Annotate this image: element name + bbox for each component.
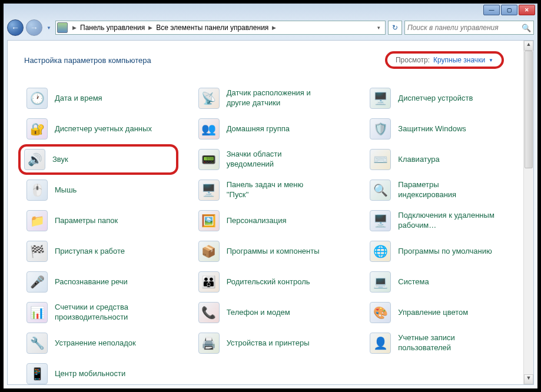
item-label: Защитник Windows: [398, 124, 466, 134]
control-panel-icon: [57, 22, 68, 33]
item-label: Параметры папок: [55, 216, 118, 226]
control-panel-item[interactable]: 🔊Звук: [18, 144, 178, 175]
refresh-button[interactable]: ↻: [388, 21, 402, 35]
item-icon: 🖱️: [26, 180, 48, 201]
control-panel-item[interactable]: 👥Домашняя группа: [196, 114, 356, 144]
view-label: Просмотр:: [396, 56, 430, 64]
address-bar[interactable]: ▶ Панель управления ▶ Все элементы панел…: [55, 21, 386, 35]
maximize-button[interactable]: ▢: [501, 5, 517, 15]
item-icon: 👥: [198, 118, 220, 139]
item-icon: 🔊: [24, 149, 45, 170]
item-label: Центр мобильности: [55, 369, 125, 379]
item-icon: 🔍: [370, 180, 391, 201]
items-grid: 🕐Дата и время📡Датчик расположения и друг…: [24, 83, 527, 385]
breadcrumb-all-items[interactable]: Все элементы панели управления: [155, 24, 270, 32]
control-panel-item[interactable]: 🖼️Персонализация: [196, 205, 356, 236]
control-panel-item[interactable]: 👪Родительский контроль: [196, 267, 356, 297]
item-icon: 🖥️: [370, 210, 391, 231]
view-value[interactable]: Крупные значки: [433, 56, 485, 64]
item-label: Персонализация: [227, 216, 287, 226]
control-panel-item[interactable]: 🖨️Устройства и принтеры: [196, 328, 356, 358]
item-label: Телефон и модем: [227, 308, 290, 318]
control-panel-item[interactable]: 🛡️Защитник Windows: [367, 114, 527, 144]
control-panel-item[interactable]: 🔐Диспетчер учетных данных: [24, 114, 184, 144]
control-panel-item[interactable]: 🔧Устранение неполадок: [24, 328, 184, 358]
item-label: Значки области уведомлений: [227, 150, 327, 170]
control-panel-item[interactable]: ⌨️Клавиатура: [367, 144, 527, 175]
breadcrumb-control-panel[interactable]: Панель управления: [79, 24, 146, 32]
scroll-up-button[interactable]: ▲: [524, 41, 533, 51]
control-panel-item[interactable]: 🎤Распознавание речи: [24, 267, 184, 297]
item-label: Распознавание речи: [55, 277, 128, 287]
control-panel-item[interactable]: 🖥️Подключения к удаленным рабочим…: [367, 205, 527, 236]
control-panel-item[interactable]: 🖥️Панель задач и меню ''Пуск'': [196, 175, 356, 205]
control-panel-item[interactable]: 💻Система: [367, 267, 527, 297]
chevron-right-icon[interactable]: ▶: [270, 25, 278, 31]
control-panel-item[interactable]: 📁Параметры папок: [24, 205, 184, 236]
item-icon: 🛡️: [370, 118, 391, 139]
item-icon: ⌨️: [370, 149, 391, 170]
control-panel-item[interactable]: 🏁Приступая к работе: [24, 236, 184, 267]
control-panel-item[interactable]: 📡Датчик расположения и другие датчики: [196, 83, 356, 114]
history-dropdown-icon[interactable]: ▼: [45, 22, 53, 34]
control-panel-item[interactable]: 📊Счетчики и средства производительности: [24, 297, 184, 328]
item-icon: 🌐: [370, 241, 391, 262]
item-label: Устройства и принтеры: [227, 338, 310, 348]
control-panel-item[interactable]: 🕐Дата и время: [24, 83, 184, 114]
search-box[interactable]: 🔍: [404, 21, 534, 35]
control-panel-item[interactable]: 🖥️Диспетчер устройств: [367, 83, 527, 114]
forward-button[interactable]: →: [26, 19, 42, 36]
chevron-right-icon[interactable]: ▶: [70, 25, 79, 31]
item-icon: 📡: [198, 88, 220, 109]
scroll-down-button[interactable]: ▼: [524, 374, 533, 384]
item-icon: 🕐: [26, 88, 48, 109]
item-label: Система: [398, 277, 429, 287]
item-label: Датчик расположения и другие датчики: [227, 88, 327, 108]
item-icon: 📞: [198, 302, 220, 323]
item-label: Счетчики и средства производительности: [55, 303, 155, 323]
search-input[interactable]: [407, 24, 522, 32]
page-title: Настройка параметров компьютера: [24, 56, 151, 65]
item-icon: 🎨: [370, 302, 391, 323]
content-header: Настройка параметров компьютера Просмотр…: [24, 51, 527, 69]
content-area: Настройка параметров компьютера Просмотр…: [7, 40, 534, 385]
item-icon: 🖥️: [370, 88, 391, 109]
item-label: Диспетчер устройств: [398, 94, 473, 104]
control-panel-item[interactable]: 🔍Параметры индексирования: [367, 175, 527, 205]
item-icon: 📟: [198, 149, 220, 170]
view-selector-highlight: Просмотр: Крупные значки ▼: [385, 51, 504, 69]
control-panel-item[interactable]: 📟Значки области уведомлений: [196, 144, 356, 175]
item-label: Диспетчер учетных данных: [55, 124, 152, 134]
control-panel-item[interactable]: 📦Программы и компоненты: [196, 236, 356, 267]
control-panel-item[interactable]: 📞Телефон и модем: [196, 297, 356, 328]
item-icon: 🎤: [26, 271, 48, 293]
address-dropdown-icon[interactable]: ▾: [373, 25, 384, 31]
control-panel-item[interactable]: 🖱️Мышь: [24, 175, 184, 205]
item-label: Параметры индексирования: [398, 180, 498, 200]
close-button[interactable]: ✕: [519, 5, 535, 15]
item-label: Подключения к удаленным рабочим…: [398, 211, 498, 231]
control-panel-item[interactable]: 🌐Программы по умолчанию: [367, 236, 527, 267]
control-panel-item[interactable]: 📱Центр мобильности: [24, 358, 184, 385]
chevron-down-icon[interactable]: ▼: [489, 58, 493, 63]
chevron-right-icon[interactable]: ▶: [146, 25, 155, 31]
item-icon: 🔧: [26, 333, 48, 354]
item-icon: 🖥️: [198, 180, 220, 201]
search-icon[interactable]: 🔍: [522, 24, 531, 32]
item-icon: 📁: [26, 210, 48, 231]
item-icon: 💻: [370, 271, 391, 293]
scroll-thumb[interactable]: [525, 51, 533, 168]
item-label: Устранение неполадок: [55, 338, 136, 348]
control-panel-item[interactable]: 👤Учетные записи пользователей: [367, 328, 527, 358]
scrollbar[interactable]: ▲ ▼: [523, 41, 533, 384]
control-panel-item[interactable]: 🎨Управление цветом: [367, 297, 527, 328]
item-icon: 🖨️: [198, 333, 220, 354]
back-button[interactable]: ←: [7, 19, 24, 36]
minimize-button[interactable]: —: [483, 5, 500, 15]
item-label: Дата и время: [55, 94, 102, 104]
item-label: Управление цветом: [398, 308, 468, 318]
item-label: Панель задач и меню ''Пуск'': [227, 180, 327, 200]
item-label: Домашняя группа: [227, 124, 290, 134]
item-label: Мышь: [55, 185, 77, 195]
item-label: Звук: [52, 155, 68, 165]
